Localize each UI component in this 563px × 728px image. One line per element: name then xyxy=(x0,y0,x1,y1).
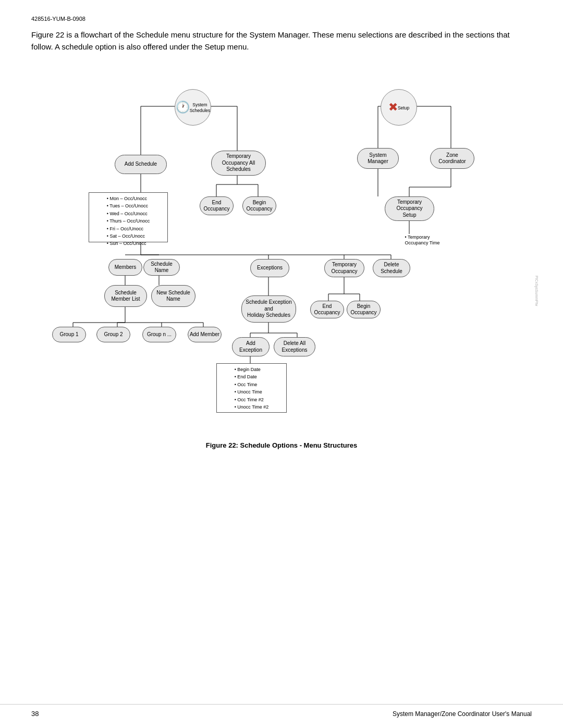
delete-schedule-node: Delete Schedule xyxy=(373,259,410,277)
footer-title: System Manager/Zone Coordinator User's M… xyxy=(393,710,532,718)
new-schedule-name-node: New Schedule Name xyxy=(151,285,195,307)
temp-occ-setup-node: Temporary Occupancy Setup xyxy=(385,196,434,221)
system-manager-node: System Manager xyxy=(357,148,399,169)
members-node: Members xyxy=(108,259,142,276)
clock-icon: 🕐 xyxy=(176,100,190,115)
day-list-node: • Mon – Occ/Unocc • Tues – Occ/Unocc • W… xyxy=(89,192,168,242)
exception-list-node: • Begin Date • End Date • Occ Time • Uno… xyxy=(216,363,287,413)
setup-node: ✖ Setup xyxy=(381,89,417,126)
x-icon: ✖ xyxy=(388,100,398,115)
add-schedule-node: Add Schedule xyxy=(115,155,167,174)
delete-all-exceptions-node: Delete All Exceptions xyxy=(274,337,315,356)
add-exception-node: Add Exception xyxy=(232,337,270,356)
group1-node: Group 1 xyxy=(52,327,86,342)
doc-number: 428516-YUM-B-0908 xyxy=(31,16,532,22)
figure-caption: Figure 22: Schedule Options - Menu Struc… xyxy=(31,441,532,449)
system-schedules-node: 🕐 System Schedules xyxy=(175,89,211,126)
end-occ1-node: End Occupancy xyxy=(200,196,234,215)
schedule-exc-holiday-node: Schedule Exception and Holiday Schedules xyxy=(241,295,296,323)
schedule-member-list-node: Schedule Member List xyxy=(104,285,147,307)
zone-coordinator-node: Zone Coordinator xyxy=(430,148,474,169)
begin-occ1-node: Begin Occupancy xyxy=(242,196,276,215)
schedule-name-node: Schedule Name xyxy=(143,259,180,276)
temp-occ-time-node: • Temporary Occupancy Time xyxy=(394,233,451,248)
temp-occ2-node: Temporary Occupancy xyxy=(324,259,364,277)
exceptions-node: Exceptions xyxy=(250,259,289,277)
begin-occ2-node: Begin Occupancy xyxy=(347,301,381,318)
end-occ2-node: End Occupancy xyxy=(310,301,344,318)
group2-node: Group 2 xyxy=(96,327,130,342)
flowchart: 🕐 System Schedules ✖ Setup Add Schedule … xyxy=(34,67,529,432)
footer: 38 System Manager/Zone Coordinator User'… xyxy=(0,704,563,718)
add-member-node: Add Member xyxy=(188,327,222,342)
group-n-node: Group n ... xyxy=(142,327,176,342)
temp-occ-all-node: Temporary Occupancy All Schedules xyxy=(211,151,266,176)
side-label: PICxSysSummFfw xyxy=(535,276,538,306)
page-number: 38 xyxy=(31,710,39,718)
intro-text: Figure 22 is a flowchart of the Schedule… xyxy=(31,29,532,53)
page: 428516-YUM-B-0908 Figure 22 is a flowcha… xyxy=(0,0,563,728)
